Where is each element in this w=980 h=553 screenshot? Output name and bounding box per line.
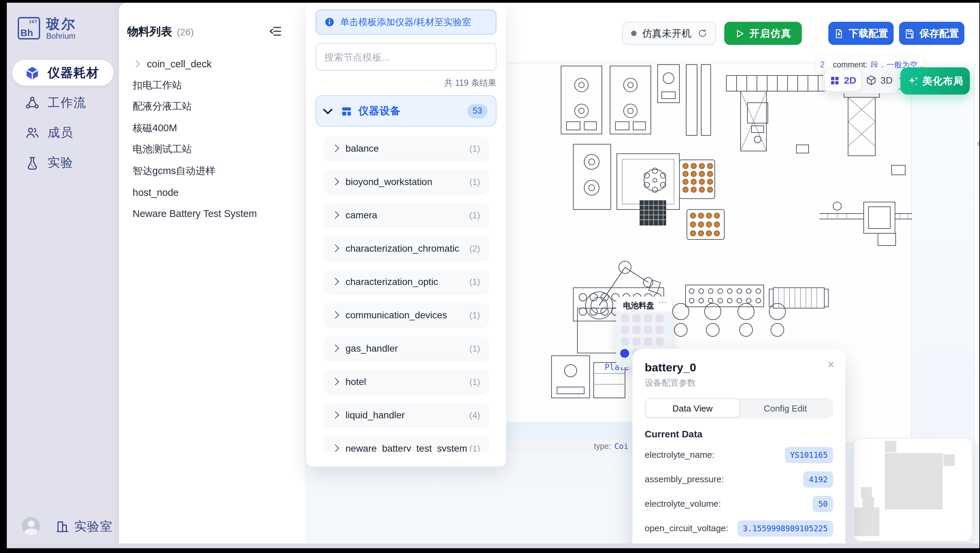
start-simulation-button[interactable]: 开启仿真 (724, 22, 802, 45)
cube-3d-icon (865, 75, 876, 86)
category-label: characterization_optic (345, 276, 469, 287)
experiment-icon (25, 155, 40, 170)
sidebar-item-label: 工作流 (48, 94, 86, 111)
category-label: communication_devices (345, 309, 469, 320)
category-count: (1) (469, 310, 480, 320)
chevron-right-icon (331, 411, 339, 419)
material-item[interactable]: Neware Battery Test System (119, 203, 305, 225)
logo-atomic-number: 107 (29, 19, 37, 24)
play-icon (735, 28, 745, 38)
save-config-button[interactable]: 保存配置 (899, 22, 964, 45)
data-field-row: electrolyte_volume: 50 (645, 494, 833, 513)
chevron-right-icon (331, 245, 339, 252)
category-label: characterization_chromatic (345, 243, 469, 254)
sidebar-item-label: 成员 (48, 124, 73, 141)
field-value: 3.1559998989105225 (738, 520, 833, 536)
collapse-panel-icon[interactable] (269, 25, 282, 37)
category-count: (1) (469, 177, 480, 187)
template-category-row[interactable]: gas_handler (1) (325, 337, 488, 360)
material-item[interactable]: 配液分液工站 (119, 96, 305, 117)
chevron-down-icon (323, 105, 332, 114)
category-label: hotel (345, 376, 469, 387)
sidebar-item-laboratory[interactable]: 实验室 (56, 518, 113, 535)
template-category-row[interactable]: communication_devices (1) (325, 303, 488, 327)
materials-panel: 物料列表 (26) coin_cell_deck 扣电工作站 配液分液工站 核磁… (119, 3, 305, 548)
template-category-row[interactable]: characterization_optic (1) (325, 270, 488, 293)
category-count: (1) (469, 443, 480, 452)
material-label: 扣电工作站 (133, 79, 182, 92)
category-label: liquid_handler (345, 410, 469, 420)
chevron-right-icon (331, 378, 339, 386)
toggle-2d[interactable]: 2D (825, 69, 861, 91)
chevron-right-icon (132, 60, 140, 68)
chevron-right-icon (331, 278, 339, 286)
type-key: type: (594, 442, 611, 450)
save-config-label: 保存配置 (920, 27, 959, 40)
template-category-row[interactable]: hotel (1) (325, 370, 488, 393)
view-mode-toggle: 2D 3D (823, 67, 899, 93)
building-icon (56, 520, 69, 533)
material-label: 电池测试工站 (133, 143, 192, 156)
brand-name-zh: 玻尔 (46, 17, 76, 30)
sidebar-item-label: 实验 (48, 155, 73, 171)
chevron-right-icon (331, 211, 339, 219)
popup-title: battery_0 (645, 361, 833, 375)
template-category-row[interactable]: bioyond_workstation (1) (325, 170, 488, 193)
right-panel-edge: esou (974, 62, 979, 443)
material-item[interactable]: 扣电工作站 (119, 75, 305, 96)
material-item-coin-cell-deck[interactable]: coin_cell_deck (119, 53, 305, 75)
chevron-right-icon (331, 178, 339, 186)
download-config-button[interactable]: 下载配置 (828, 22, 894, 45)
template-category-row[interactable]: characterization_chromatic (2) (325, 237, 488, 260)
popup-tabs: Data View Config Edit (645, 398, 833, 418)
sidebar-item-workflow[interactable]: 工作流 (12, 90, 114, 116)
footer-strip (7, 543, 979, 548)
close-icon[interactable]: × (827, 359, 834, 371)
laboratory-label: 实验室 (74, 518, 113, 535)
user-avatar[interactable] (22, 517, 40, 535)
field-label: open_circuit_voltage: (645, 523, 729, 533)
category-count: (1) (469, 143, 480, 153)
data-field-row: electrolyte_name: YS101165 (645, 446, 833, 464)
beautify-layout-label: 美化布局 (923, 75, 963, 88)
group-label: 仪器设备 (358, 104, 467, 117)
category-count: (1) (469, 343, 480, 353)
category-count: (1) (469, 376, 480, 387)
template-category-row[interactable]: neware_battery_test_system (1) (325, 437, 488, 452)
tab-data-view[interactable]: Data View (646, 399, 739, 417)
material-item[interactable]: 电池测试工站 (119, 139, 305, 160)
material-label: Neware Battery Test System (133, 209, 257, 219)
save-icon (905, 28, 915, 38)
selected-battery-slot[interactable] (620, 349, 629, 358)
tab-config-edit[interactable]: Config Edit (739, 399, 832, 417)
more-menu-icon[interactable]: ••• (659, 299, 667, 306)
toggle-3d[interactable]: 3D (861, 69, 897, 91)
file-download-icon (834, 28, 844, 38)
template-category-row[interactable]: liquid_handler (4) (325, 403, 488, 427)
brand-logo: 107 Bh 玻尔 Bohrium (18, 17, 76, 40)
sidebar-item-label: 仪器耗材 (48, 65, 99, 81)
material-item[interactable]: 核磁400M (119, 117, 305, 139)
data-field-row: assembly_pressure: 4192 (645, 470, 833, 488)
refresh-icon[interactable] (698, 29, 707, 38)
chevron-right-icon (331, 445, 339, 452)
material-item[interactable]: 智达gcms自动进样 (119, 160, 305, 182)
material-label: 配液分液工站 (133, 100, 192, 113)
simulation-status-pill[interactable]: 仿真未开机 (622, 22, 716, 45)
material-label: 智达gcms自动进样 (133, 165, 215, 177)
battery-tray-title: 电池料盘 (623, 301, 654, 311)
grid-2d-icon (830, 75, 840, 85)
sidebar-item-experiments[interactable]: 实验 (12, 150, 114, 175)
minimap[interactable] (853, 438, 972, 542)
material-item[interactable]: host_node (119, 182, 305, 203)
sidebar-item-members[interactable]: 成员 (12, 120, 114, 145)
beautify-layout-button[interactable]: 美化布局 (900, 67, 970, 94)
search-template-input[interactable] (315, 43, 496, 71)
group-instruments-devices[interactable]: 仪器设备 53 (315, 95, 496, 126)
sidebar-item-instruments[interactable]: 仪器耗材 (12, 60, 114, 86)
material-label: coin_cell_deck (147, 59, 212, 69)
materials-count: (26) (177, 27, 194, 37)
template-category-row[interactable]: balance (1) (325, 137, 488, 160)
start-simulation-label: 开启仿真 (749, 27, 792, 40)
template-category-row[interactable]: camera (1) (325, 203, 488, 226)
